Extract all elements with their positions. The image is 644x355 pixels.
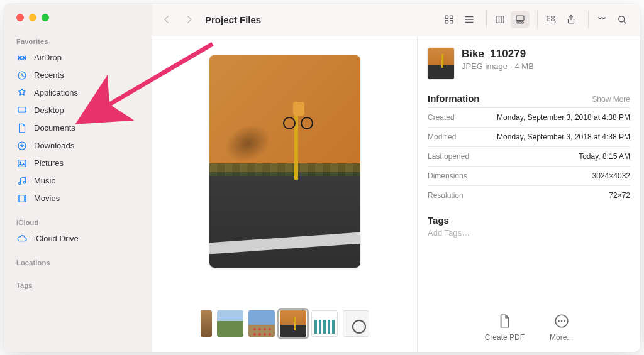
inspector-pane: Bike_110279 JPEG image - 4 MB Informatio… [418,36,640,352]
svg-point-22 [619,16,625,22]
thumbnail-strip [201,303,369,346]
svg-rect-13 [496,16,504,23]
downloads-icon [16,140,28,151]
sidebar-section-locations[interactable]: Locations [4,256,152,270]
create-pdf-button[interactable]: Create PDF [485,313,525,342]
sidebar-section-favorites: Favorites [4,35,152,49]
thumbnail-item[interactable] [311,310,338,337]
svg-rect-14 [516,16,524,21]
info-row-last-opened: Last openedToday, 8:15 AM [428,146,630,166]
minimize-button[interactable] [29,14,36,21]
svg-point-5 [20,161,21,163]
group-by-button[interactable] [541,11,560,28]
sidebar-item-applications[interactable]: Applications [4,84,152,102]
close-button[interactable] [16,14,24,21]
thumbnail-item[interactable] [248,310,275,337]
sidebar-section-icloud: iCloud [4,216,152,230]
sidebar-item-downloads[interactable]: Downloads [4,137,152,155]
applications-icon [16,87,28,99]
sidebar-item-label: Pictures [34,157,64,170]
view-gallery-button[interactable] [511,11,530,28]
search-button[interactable] [613,11,631,28]
svg-rect-20 [552,16,555,18]
svg-rect-15 [517,22,519,23]
thumbnail-item[interactable] [343,310,369,337]
svg-point-7 [23,181,25,183]
svg-point-25 [560,320,562,322]
sidebar-item-music[interactable]: Music [4,172,152,190]
finder-window: Favorites AirDrop Recents Applications D… [4,4,640,352]
tags-heading: Tags [428,215,630,226]
recents-icon [16,70,28,81]
sidebar-item-label: Music [34,175,55,187]
info-row-resolution: Resolution72×72 [428,185,630,205]
sidebar-item-label: Desktop [34,104,64,117]
svg-rect-19 [547,19,550,21]
svg-rect-17 [521,22,523,23]
svg-point-0 [21,56,24,59]
svg-rect-18 [547,16,550,18]
inspector-thumbnail [428,48,454,79]
toolbar: Project Files [152,4,640,36]
svg-rect-2 [18,107,26,112]
view-icons-button[interactable] [440,11,458,28]
sidebar-item-label: iCloud Drive [34,232,79,245]
sidebar-item-airdrop[interactable]: AirDrop [4,49,152,67]
movies-icon [16,193,28,204]
svg-rect-11 [445,21,448,24]
sidebar-item-movies[interactable]: Movies [4,190,152,207]
window-title: Project Files [205,14,261,25]
sidebar-item-label: AirDrop [34,52,62,64]
svg-rect-12 [450,21,453,24]
svg-rect-10 [450,16,453,19]
sidebar-item-pictures[interactable]: Pictures [4,155,152,172]
back-button[interactable] [157,11,176,28]
documents-icon [16,123,28,134]
airdrop-icon [16,52,28,63]
svg-rect-16 [519,22,521,23]
thumbnail-item[interactable] [201,310,212,337]
main-area: Bike_110279 JPEG image - 4 MB Informatio… [152,36,640,352]
icloud-icon [16,233,28,244]
add-tags-field[interactable]: Add Tags… [428,228,630,238]
file-subtitle: JPEG image - 4 MB [462,62,534,71]
sidebar-item-documents[interactable]: Documents [4,119,152,137]
sidebar-item-label: Applications [34,87,78,99]
info-row-dimensions: Dimensions3024×4032 [428,166,630,185]
thumbnail-item-selected[interactable] [280,310,306,337]
pictures-icon [16,158,28,169]
info-row-modified: ModifiedMonday, September 3, 2018 at 4:3… [428,127,630,146]
svg-rect-9 [445,16,448,19]
maximize-button[interactable] [42,14,49,21]
svg-point-26 [564,320,565,322]
sidebar-section-tags[interactable]: Tags [4,279,152,293]
more-actions-button[interactable]: More... [550,313,573,342]
svg-point-6 [19,182,21,184]
music-icon [16,175,28,187]
sidebar-item-desktop[interactable]: Desktop [4,102,152,119]
sidebar-item-label: Recents [34,69,64,82]
sidebar-item-label: Downloads [34,139,74,152]
svg-rect-4 [18,160,26,167]
preview-image[interactable] [209,55,360,268]
preview-pane [152,36,418,352]
view-list-button[interactable] [460,11,479,28]
window-controls [4,14,152,35]
content-area: Project Files [152,4,640,352]
view-columns-button[interactable] [491,11,509,28]
forward-button[interactable] [180,11,199,28]
file-name: Bike_110279 [462,48,534,60]
info-heading: Information [428,93,480,104]
sidebar-item-recents[interactable]: Recents [4,67,152,84]
svg-rect-21 [552,19,555,21]
desktop-icon [16,105,28,116]
document-icon [496,313,513,329]
share-button[interactable] [562,11,580,28]
sidebar-item-label: Movies [34,192,60,205]
ellipsis-icon [553,313,570,329]
sidebar-item-icloud-drive[interactable]: iCloud Drive [4,230,152,248]
overflow-button[interactable] [592,11,611,28]
show-more-button[interactable]: Show More [592,95,630,104]
sidebar-item-label: Documents [34,122,75,134]
thumbnail-item[interactable] [217,310,243,337]
